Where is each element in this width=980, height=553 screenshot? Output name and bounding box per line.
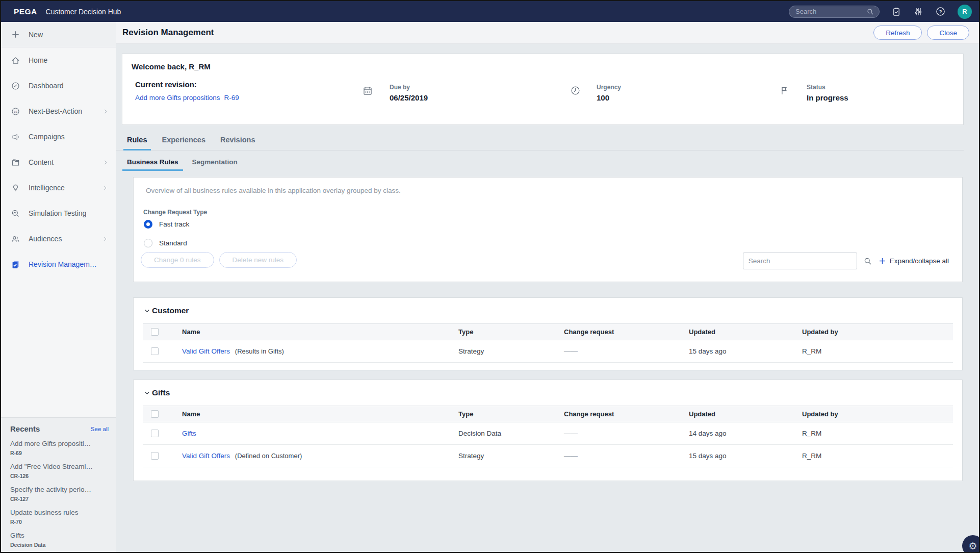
recent-item[interactable]: Update business rules R-70 xyxy=(10,508,109,525)
column-header: Updated by xyxy=(802,410,953,418)
current-revision-link[interactable]: Add more Gifts propositionsR-69 xyxy=(135,94,239,102)
recent-item[interactable]: Add "Free Video Streami… CR-126 xyxy=(10,462,109,479)
svg-text:?: ? xyxy=(939,9,942,14)
sidebar-item-simulation-testing[interactable]: Simulation Testing xyxy=(1,200,116,226)
refresh-button[interactable]: Refresh xyxy=(873,26,922,40)
topbar-actions: ? R xyxy=(789,5,972,19)
sidebar-item-home[interactable]: Home xyxy=(1,47,116,73)
sidebar-item-intelligence[interactable]: Intelligence xyxy=(1,175,116,200)
revision-doc-icon xyxy=(10,260,21,269)
radio-selected-icon[interactable] xyxy=(144,220,152,229)
rule-link[interactable]: Gifts xyxy=(182,430,196,437)
sidebar-item-dashboard[interactable]: Dashboard xyxy=(1,73,116,98)
radio-standard[interactable]: Standard xyxy=(144,239,187,247)
urgency-label: Urgency xyxy=(597,84,621,91)
sidebar: New Home Dashboard 1:1 Next-Best-Action … xyxy=(1,22,116,552)
sidebar-item-label: Simulation Testing xyxy=(29,209,86,217)
radio-fast-track[interactable]: Fast track xyxy=(144,220,189,229)
table-row: Valid Gift Offers (Results in Gifts) Str… xyxy=(143,340,953,363)
table-row: Gifts Decision Data —— 14 days ago R_RM xyxy=(143,422,953,445)
page-content: Welcome back, R_RM Current revision: Add… xyxy=(116,44,979,552)
clipboard-check-icon[interactable] xyxy=(891,7,901,17)
chevron-right-icon xyxy=(102,236,109,242)
pega-logo: PEGA xyxy=(14,7,37,16)
delete-new-rules-button[interactable]: Delete new rules xyxy=(219,252,297,268)
rule-updated-by: R_RM xyxy=(802,430,953,437)
sidebar-item-new[interactable]: New xyxy=(1,22,116,47)
sidebar-item-label: Campaigns xyxy=(29,133,65,141)
dashboard-gauge-icon xyxy=(10,81,21,91)
rule-link[interactable]: Valid Gift Offers xyxy=(182,347,230,355)
avatar[interactable]: R xyxy=(958,5,972,19)
sidebar-item-audiences[interactable]: Audiences xyxy=(1,226,116,252)
rules-search-input[interactable] xyxy=(743,253,857,269)
sidebar-item-content[interactable]: Content xyxy=(1,149,116,175)
column-header: Updated xyxy=(689,410,802,418)
app-title: Customer Decision Hub xyxy=(46,8,121,16)
status-value: In progress xyxy=(807,93,848,102)
recent-item-title: Gifts xyxy=(10,531,109,540)
expand-collapse-all[interactable]: Expand/collapse all xyxy=(879,257,949,265)
search-icon[interactable] xyxy=(863,257,872,266)
sidebar-item-revision-management[interactable]: Revision Managem… xyxy=(1,252,116,277)
recent-item-sub: Decision Data xyxy=(10,542,109,548)
svg-text:1:1: 1:1 xyxy=(13,110,17,113)
settings-gear-icon[interactable]: ⚙ xyxy=(962,535,980,553)
tab-experiences[interactable]: Experiences xyxy=(162,136,205,150)
select-all-checkbox[interactable] xyxy=(151,410,159,418)
column-header: Change request xyxy=(564,410,689,418)
rule-note: (Results in Gifts) xyxy=(235,347,284,355)
row-checkbox[interactable] xyxy=(151,430,159,437)
recent-item-title: Specify the activity perio… xyxy=(10,485,109,494)
global-search[interactable] xyxy=(789,6,880,18)
global-search-input[interactable] xyxy=(795,8,866,15)
select-all-checkbox[interactable] xyxy=(151,328,159,336)
rule-change-request: —— xyxy=(564,347,689,355)
change-rules-button[interactable]: Change 0 rules xyxy=(141,252,214,268)
plus-icon xyxy=(879,257,886,265)
rule-change-request: —— xyxy=(564,430,689,437)
sidebar-item-next-best-action[interactable]: 1:1 Next-Best-Action xyxy=(1,98,116,124)
rule-updated: 14 days ago xyxy=(689,430,802,437)
recent-item[interactable]: Add more Gifts propositi… R-69 xyxy=(10,439,109,456)
subtab-segmentation[interactable]: Segmentation xyxy=(192,158,238,171)
chevron-down-icon[interactable] xyxy=(144,390,150,396)
revision-id: R-69 xyxy=(224,94,239,102)
sidebar-item-label: Home xyxy=(29,56,47,64)
rules-table: Name Type Change request Updated Updated… xyxy=(143,323,953,363)
recent-item-sub: R-70 xyxy=(10,519,109,525)
revision-link-text: Add more Gifts propositions xyxy=(135,94,220,102)
customer-decision-hub-window: PEGA Customer Decision Hub ? R xyxy=(0,0,980,553)
row-checkbox[interactable] xyxy=(151,452,159,460)
rule-updated-by: R_RM xyxy=(802,347,953,355)
recents-panel: Recents See all Add more Gifts propositi… xyxy=(1,417,116,552)
rule-link[interactable]: Valid Gift Offers xyxy=(182,452,230,460)
filter-sliders-icon[interactable] xyxy=(913,7,923,17)
clock-icon xyxy=(570,85,581,98)
sidebar-item-label: Revision Managem… xyxy=(29,260,97,268)
recents-title: Recents xyxy=(10,424,40,433)
recent-item[interactable]: Gifts Decision Data xyxy=(10,531,109,548)
radio-label: Fast track xyxy=(159,220,189,228)
help-icon[interactable]: ? xyxy=(935,6,946,17)
rule-type: Strategy xyxy=(458,452,564,460)
folder-icon xyxy=(10,158,21,167)
tab-rules[interactable]: Rules xyxy=(127,136,147,150)
tab-revisions[interactable]: Revisions xyxy=(220,136,255,150)
table-header-row: Name Type Change request Updated Updated… xyxy=(143,323,953,340)
search-icon[interactable] xyxy=(866,8,874,16)
sidebar-item-label: Audiences xyxy=(29,235,62,243)
sidebar-item-campaigns[interactable]: Campaigns xyxy=(1,124,116,149)
see-all-link[interactable]: See all xyxy=(91,426,109,432)
row-checkbox[interactable] xyxy=(151,347,159,355)
subtab-business-rules[interactable]: Business Rules xyxy=(127,158,178,171)
section-title: Customer xyxy=(152,306,189,315)
main-area: Revision Management Refresh Close Welcom… xyxy=(116,22,979,552)
chevron-down-icon[interactable] xyxy=(144,308,150,314)
page-header: Revision Management Refresh Close xyxy=(116,22,979,44)
recent-item[interactable]: Specify the activity perio… CR-127 xyxy=(10,485,109,502)
close-button[interactable]: Close xyxy=(927,26,969,40)
overview-text: Overview of all business rules available… xyxy=(146,187,401,194)
column-header: Updated xyxy=(689,328,802,336)
radio-unselected-icon[interactable] xyxy=(144,239,152,247)
